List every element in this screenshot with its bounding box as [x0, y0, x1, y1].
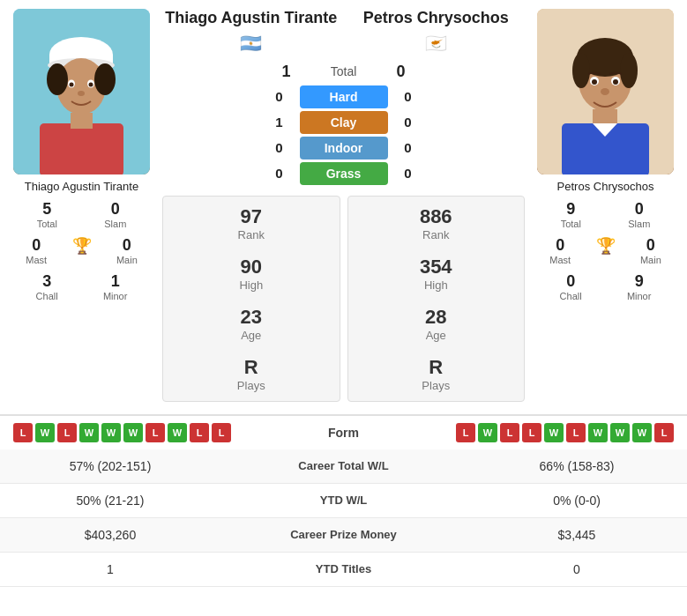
right-stat-row-1: 9 Total 0 Slam	[537, 200, 674, 229]
table-row: 50% (21-21) YTD W/L 0% (0-0)	[0, 483, 687, 517]
right-form-badge-3: L	[522, 423, 541, 442]
stat-right-0: 66% (158-83)	[467, 449, 687, 484]
surface-btn-indoor[interactable]: Indoor	[300, 137, 388, 160]
left-flag: 🇦🇷	[159, 33, 344, 54]
right-total-stat: 9 Total	[561, 200, 581, 229]
right-minor-stat: 9 Minor	[627, 272, 652, 301]
right-form-badge-6: W	[588, 423, 608, 442]
left-total-score: 1	[273, 63, 300, 81]
form-badges-right: LWLLWLWWWL	[456, 423, 674, 442]
right-form-badge-2: L	[500, 423, 519, 442]
total-label: Total	[309, 64, 379, 78]
right-player-col: Petros Chrysochos 9 Total 0 Slam 0	[528, 9, 683, 405]
left-form-badge-8: L	[190, 423, 209, 442]
surface-row-clay: 1 Clay 0	[266, 111, 422, 134]
left-chall-stat: 3 Chall	[36, 272, 58, 301]
stat-left-0: 57% (202-151)	[0, 449, 220, 484]
surface-left-score-0: 0	[266, 89, 293, 104]
stats-table: 57% (202-151) Career Total W/L 66% (158-…	[0, 449, 687, 587]
left-player-photo	[13, 9, 150, 174]
left-form-badge-0: L	[13, 423, 33, 442]
svg-point-9	[70, 83, 74, 87]
right-player-stats: 9 Total 0 Slam 0 Mast 🏆	[528, 193, 683, 308]
surface-left-score-2: 0	[266, 140, 293, 155]
surface-right-score-2: 0	[395, 140, 422, 155]
left-stat-row-3: 3 Chall 1 Minor	[13, 272, 150, 301]
comparison-wrapper: Thiago Agustin Tirante 5 Total 0 Slam 0	[0, 0, 687, 414]
svg-rect-24	[593, 109, 617, 125]
surface-rows: 0 Hard 0 1 Clay 0 0 Indoor 0 0 Grass 0	[266, 83, 422, 188]
main-container: Thiago Agustin Tirante 5 Total 0 Slam 0	[0, 0, 687, 616]
left-form-badge-7: W	[168, 423, 187, 442]
right-flag: 🇨🇾	[344, 33, 529, 54]
stat-right-3: 0	[467, 552, 687, 586]
left-trophy-icon: 🏆	[72, 236, 92, 265]
left-main-stat: 0 Main	[116, 236, 138, 265]
left-form-badge-4: W	[101, 423, 121, 442]
svg-point-5	[47, 63, 68, 95]
right-form-badge-5: L	[566, 423, 586, 442]
svg-point-18	[620, 53, 638, 88]
left-player-name-top: Thiago Agustin Tirante	[159, 9, 344, 28]
table-row: $403,260 Career Prize Money $3,445	[0, 517, 687, 552]
right-trophy-icon: 🏆	[596, 236, 616, 265]
svg-point-23	[601, 88, 609, 95]
left-mast-stat: 0 Mast	[26, 236, 47, 265]
surface-btn-grass[interactable]: Grass	[300, 162, 388, 185]
stat-center-0: Career Total W/L	[220, 449, 467, 484]
stat-center-2: Career Prize Money	[220, 517, 467, 552]
svg-point-10	[89, 83, 93, 87]
surface-right-score-3: 0	[395, 166, 422, 181]
left-form-badge-1: W	[35, 423, 55, 442]
left-slam-stat: 0 Slam	[104, 200, 126, 229]
left-plays-box: R Plays	[237, 356, 265, 392]
right-form-badge-4: W	[544, 423, 564, 442]
svg-point-21	[592, 79, 597, 85]
stat-center-3: YTD Titles	[220, 552, 467, 586]
left-high-box: 90 High	[239, 256, 263, 292]
stats-boxes-row: 97 Rank 90 High 23 Age R Plays	[159, 192, 528, 405]
left-age-box: 23 Age	[241, 306, 262, 342]
right-form-badge-8: W	[632, 423, 652, 442]
left-stat-row-1: 5 Total 0 Slam	[13, 200, 150, 229]
stat-left-2: $403,260	[0, 517, 220, 552]
svg-point-6	[94, 63, 116, 95]
svg-rect-12	[40, 123, 123, 174]
svg-point-17	[572, 53, 590, 88]
surface-row-hard: 0 Hard 0	[266, 85, 422, 108]
right-high-box: 354 High	[420, 256, 452, 292]
table-row: 57% (202-151) Career Total W/L 66% (158-…	[0, 449, 687, 484]
surface-btn-clay[interactable]: Clay	[300, 111, 388, 134]
surface-right-score-1: 0	[395, 115, 422, 130]
surface-row-indoor: 0 Indoor 0	[266, 137, 422, 160]
form-section: LWLWWWLWLL Form LWLLWLWWWL	[0, 414, 687, 449]
right-stat-row-2: 0 Mast 🏆 0 Main	[537, 236, 674, 265]
right-form-badge-7: W	[610, 423, 630, 442]
right-total-score: 0	[388, 63, 414, 81]
right-chall-stat: 0 Chall	[560, 272, 582, 301]
center-col: Thiago Agustin Tirante Petros Chrysochos…	[159, 9, 528, 405]
right-player-name: Petros Chrysochos	[553, 180, 659, 193]
right-rank-box: 886 Rank	[420, 205, 452, 241]
stat-left-3: 1	[0, 552, 220, 586]
left-form-badge-2: L	[57, 423, 77, 442]
svg-point-11	[78, 91, 85, 96]
left-form-badge-3: W	[79, 423, 99, 442]
right-form-badge-0: L	[456, 423, 475, 442]
right-main-stat: 0 Main	[640, 236, 661, 265]
left-minor-stat: 1 Minor	[103, 272, 128, 301]
surface-btn-hard[interactable]: Hard	[300, 85, 388, 108]
right-slam-stat: 0 Slam	[628, 200, 650, 229]
right-form-badge-9: L	[654, 423, 674, 442]
surface-row-grass: 0 Grass 0	[266, 162, 422, 185]
right-player-photo	[537, 9, 674, 174]
stat-center-1: YTD W/L	[220, 483, 467, 517]
right-player-name-top: Petros Chrysochos	[344, 9, 529, 28]
left-total-stat: 5 Total	[37, 200, 57, 229]
right-plays-box: R Plays	[422, 356, 450, 392]
left-rank-box: 97 Rank	[238, 205, 265, 241]
form-label: Form	[309, 426, 379, 440]
surface-left-score-1: 1	[266, 115, 293, 130]
right-form-badge-1: W	[478, 423, 497, 442]
surface-right-score-0: 0	[395, 89, 422, 104]
